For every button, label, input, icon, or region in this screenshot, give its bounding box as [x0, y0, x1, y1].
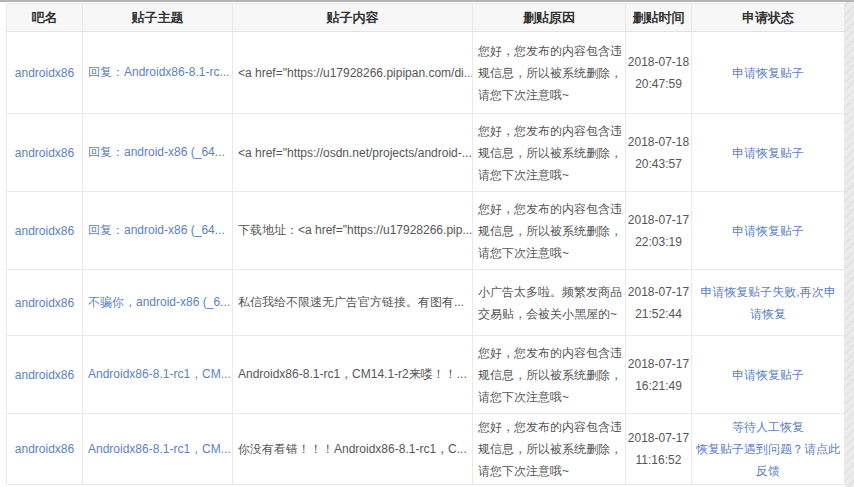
table-row: androidx86 回复：android-x86 (_64... <a hre…: [7, 114, 845, 192]
col-header-forum: 吧名: [7, 4, 83, 32]
table-header-row: 吧名 贴子主题 贴子内容 删贴原因 删贴时间 申请状态: [7, 4, 845, 32]
forum-link[interactable]: androidx86: [15, 442, 74, 456]
status-cell: 申请恢复贴子失败,再次申请恢复: [692, 270, 845, 336]
forum-link[interactable]: androidx86: [15, 368, 74, 382]
status-cell: 申请恢复贴子: [692, 32, 845, 114]
delete-time: 2018-07-18 20:43:57: [626, 114, 692, 192]
col-header-topic: 贴子主题: [83, 4, 233, 32]
table-row: androidx86 Androidx86-8.1-rc1，CM... Andr…: [7, 336, 845, 414]
forum-link[interactable]: androidx86: [15, 224, 74, 238]
forum-cell: androidx86: [7, 192, 83, 270]
col-header-time: 删贴时间: [626, 4, 692, 32]
post-topic-link[interactable]: 不骗你，android-x86 (_6...: [88, 295, 230, 309]
apply-restore-link[interactable]: 申请恢复贴子: [696, 364, 840, 386]
post-content-text: <a href="https://u17928266.pipipan.com/d…: [233, 32, 473, 114]
topic-cell: 回复：Androidx86-8.1-rc...: [83, 32, 233, 114]
page-background-strip: [845, 2, 854, 487]
delete-time: 2018-07-17 11:16:52: [626, 414, 692, 485]
forum-cell: androidx86: [7, 336, 83, 414]
post-topic-link[interactable]: Androidx86-8.1-rc1，CM...: [88, 442, 231, 456]
post-topic-link[interactable]: Androidx86-8.1-rc1，CM...: [88, 367, 231, 381]
post-content-text: <a href="https://osdn.net/projects/andro…: [233, 114, 473, 192]
delete-reason-text: 您好，您发布的内容包含违规信息，所以被系统删除，请您下次注意哦~: [473, 192, 626, 270]
apply-restore-link[interactable]: 申请恢复贴子: [696, 62, 840, 84]
waiting-manual-restore-link[interactable]: 等待人工恢复: [696, 416, 840, 438]
col-header-content: 贴子内容: [233, 4, 473, 32]
status-cell: 等待人工恢复 恢复贴子遇到问题？请点此反馈: [692, 414, 845, 485]
topic-cell: Androidx86-8.1-rc1，CM...: [83, 336, 233, 414]
table-row: androidx86 Androidx86-8.1-rc1，CM... 你没有看…: [7, 414, 845, 485]
top-border-bar: [0, 0, 854, 2]
post-topic-link[interactable]: 回复：android-x86 (_64...: [88, 145, 225, 159]
topic-cell: 回复：android-x86 (_64...: [83, 192, 233, 270]
delete-reason-text: 您好，您发布的内容包含违规信息，所以被系统删除，请您下次注意哦~: [473, 336, 626, 414]
col-header-status: 申请状态: [692, 4, 845, 32]
post-topic-link[interactable]: 回复：Androidx86-8.1-rc...: [88, 65, 229, 79]
table-row: androidx86 不骗你，android-x86 (_6... 私信我给不限…: [7, 270, 845, 336]
forum-cell: androidx86: [7, 414, 83, 485]
delete-reason-text: 您好，您发布的内容包含违规信息，所以被系统删除，请您下次注意哦~: [473, 114, 626, 192]
delete-time: 2018-07-18 20:47:59: [626, 32, 692, 114]
page: { "colors": { "link_blue": "#5d7fc4", "h…: [0, 0, 854, 487]
forum-link[interactable]: androidx86: [15, 296, 74, 310]
topic-cell: 回复：android-x86 (_64...: [83, 114, 233, 192]
table-row: androidx86 回复：Androidx86-8.1-rc... <a hr…: [7, 32, 845, 114]
table-row: androidx86 回复：android-x86 (_64... 下载地址：<…: [7, 192, 845, 270]
forum-link[interactable]: androidx86: [15, 146, 74, 160]
forum-cell: androidx86: [7, 32, 83, 114]
post-topic-link[interactable]: 回复：android-x86 (_64...: [88, 223, 225, 237]
delete-reason-text: 您好，您发布的内容包含违规信息，所以被系统删除，请您下次注意哦~: [473, 414, 626, 485]
delete-time: 2018-07-17 21:52:44: [626, 270, 692, 336]
restore-feedback-link[interactable]: 恢复贴子遇到问题？请点此反馈: [696, 438, 840, 482]
forum-link[interactable]: androidx86: [15, 66, 74, 80]
forum-cell: androidx86: [7, 270, 83, 336]
delete-time: 2018-07-17 16:21:49: [626, 336, 692, 414]
forum-cell: androidx86: [7, 114, 83, 192]
post-content-text: 私信我给不限速无广告官方链接。有图有...: [233, 270, 473, 336]
delete-reason-text: 小广告太多啦。频繁发商品交易贴，会被关小黑屋的~: [473, 270, 626, 336]
deleted-posts-table: 吧名 贴子主题 贴子内容 删贴原因 删贴时间 申请状态 androidx86 回…: [6, 3, 845, 485]
apply-restore-link[interactable]: 申请恢复贴子: [696, 220, 840, 242]
retry-restore-link[interactable]: 申请恢复贴子失败,再次申请恢复: [696, 281, 840, 325]
topic-cell: 不骗你，android-x86 (_6...: [83, 270, 233, 336]
delete-time: 2018-07-17 22:03:19: [626, 192, 692, 270]
post-content-text: 你没有看错！！！Androidx86-8.1-rc1，C...: [233, 414, 473, 485]
status-cell: 申请恢复贴子: [692, 192, 845, 270]
topic-cell: Androidx86-8.1-rc1，CM...: [83, 414, 233, 485]
post-content-text: Androidx86-8.1-rc1，CM14.1-r2来喽！！...: [233, 336, 473, 414]
status-cell: 申请恢复贴子: [692, 336, 845, 414]
delete-reason-text: 您好，您发布的内容包含违规信息，所以被系统删除，请您下次注意哦~: [473, 32, 626, 114]
status-cell: 申请恢复贴子: [692, 114, 845, 192]
col-header-reason: 删贴原因: [473, 4, 626, 32]
post-content-text: 下载地址：<a href="https://u17928266.pip...: [233, 192, 473, 270]
apply-restore-link[interactable]: 申请恢复贴子: [696, 142, 840, 164]
